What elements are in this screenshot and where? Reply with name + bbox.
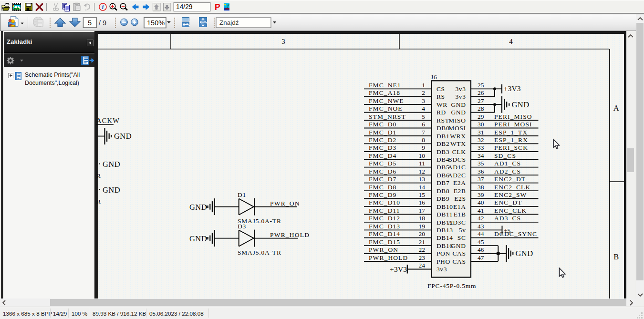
- svg-text:Znajdź: Znajdź: [219, 19, 239, 26]
- svg-text:FMC_D12: FMC_D12: [369, 215, 400, 222]
- svg-text:43: 43: [478, 223, 484, 230]
- svg-text:34: 34: [478, 152, 484, 159]
- svg-text:47: 47: [478, 254, 484, 261]
- svg-text:41: 41: [478, 207, 484, 214]
- svg-text:FMC_D1: FMC_D1: [369, 129, 396, 136]
- svg-text:23: 23: [419, 254, 426, 261]
- svg-text:3v3: 3v3: [436, 266, 447, 273]
- svg-text:20: 20: [419, 230, 426, 237]
- svg-text:5: 5: [88, 19, 92, 27]
- svg-text:5v: 5v: [459, 226, 466, 234]
- svg-text:FMC_D10: FMC_D10: [369, 199, 400, 206]
- svg-text:ENC2_SW: ENC2_SW: [494, 191, 527, 198]
- svg-text:39: 39: [478, 191, 484, 198]
- svg-text:DB0: DB0: [436, 124, 449, 132]
- svg-text:+3V3: +3V3: [390, 265, 407, 273]
- svg-text:21: 21: [419, 238, 426, 246]
- svg-text:DB10: DB10: [436, 203, 453, 210]
- svg-text:28: 28: [478, 105, 484, 112]
- svg-text:29: 29: [478, 113, 484, 120]
- svg-text:SC: SC: [457, 234, 466, 241]
- svg-text:FPC-45P-0.5mm: FPC-45P-0.5mm: [427, 282, 476, 289]
- svg-text:E1A: E1A: [453, 203, 466, 210]
- svg-text:ESP_1_TX: ESP_1_TX: [494, 129, 528, 136]
- svg-text:WTX: WTX: [450, 140, 466, 147]
- svg-text:FMC_A18: FMC_A18: [369, 89, 400, 96]
- svg-text:MOSI: MOSI: [448, 124, 466, 132]
- svg-text:ENC_CLK: ENC_CLK: [494, 207, 527, 214]
- svg-text:P: P: [215, 2, 220, 12]
- svg-text:14: 14: [419, 184, 426, 191]
- svg-text:R: R: [96, 172, 101, 179]
- svg-text:GND: GND: [451, 242, 466, 249]
- svg-text:FMC_D13: FMC_D13: [369, 223, 400, 230]
- svg-text:PERI_MISO: PERI_MISO: [494, 113, 532, 120]
- svg-text:FMC_D0: FMC_D0: [369, 121, 396, 128]
- svg-text:CS: CS: [436, 85, 445, 93]
- svg-text:3: 3: [281, 38, 285, 45]
- svg-text:FMC_NE1: FMC_NE1: [369, 82, 401, 89]
- svg-text:FMC_D9: FMC_D9: [369, 191, 396, 198]
- svg-text:DB11: DB11: [436, 211, 453, 218]
- svg-text:45: 45: [478, 238, 484, 246]
- svg-text:STM_NRST: STM_NRST: [369, 113, 406, 120]
- svg-text:AD3C: AD3C: [448, 219, 466, 226]
- svg-text:30: 30: [478, 121, 484, 128]
- svg-text:11: 11: [419, 160, 425, 167]
- svg-text:AD2_CS: AD2_CS: [494, 168, 521, 175]
- svg-text:FMC_D3: FMC_D3: [369, 144, 396, 151]
- svg-text:FMC_NOE: FMC_NOE: [369, 105, 403, 112]
- svg-text:DB13: DB13: [436, 226, 453, 234]
- svg-text:GND: GND: [114, 132, 132, 141]
- svg-text:DB9: DB9: [436, 195, 449, 202]
- svg-text:33: 33: [478, 144, 484, 151]
- svg-text:MISO: MISO: [448, 117, 466, 124]
- svg-text:5: 5: [422, 113, 425, 120]
- svg-text:1: 1: [422, 82, 425, 89]
- svg-text:PWR_HOLD: PWR_HOLD: [270, 231, 310, 238]
- svg-text:DB8: DB8: [436, 187, 449, 195]
- svg-text:DB14: DB14: [436, 234, 453, 241]
- svg-text:R: R: [96, 198, 101, 205]
- svg-text:FMC_D7: FMC_D7: [369, 175, 396, 183]
- svg-text:AD1C: AD1C: [448, 164, 466, 171]
- svg-text:ENC2_DT: ENC2_DT: [494, 175, 526, 183]
- svg-text:37: 37: [478, 175, 484, 183]
- svg-text:i: i: [102, 3, 104, 10]
- svg-text:GND: GND: [103, 160, 120, 169]
- svg-text:DCDC_SYNC: DCDC_SYNC: [494, 230, 537, 237]
- svg-text:4: 4: [422, 105, 425, 112]
- svg-text:27: 27: [478, 97, 484, 104]
- svg-text:+3V3: +3V3: [504, 84, 521, 93]
- svg-text:3v3: 3v3: [455, 85, 466, 93]
- svg-text:2: 2: [422, 89, 425, 96]
- svg-text:DB3: DB3: [436, 148, 449, 155]
- svg-text:DB4: DB4: [436, 156, 449, 163]
- svg-text:FMC_D11: FMC_D11: [369, 207, 400, 214]
- svg-text:/ 9: / 9: [99, 19, 106, 27]
- svg-text:SMAJ5.0A-TR: SMAJ5.0A-TR: [238, 249, 281, 256]
- svg-text:18: 18: [419, 215, 426, 222]
- svg-text:E1B: E1B: [454, 211, 466, 218]
- svg-text:DB2: DB2: [436, 140, 449, 147]
- svg-text:9: 9: [422, 144, 425, 151]
- svg-text:17: 17: [419, 207, 426, 214]
- svg-text:RD: RD: [436, 109, 446, 116]
- svg-text:E2A: E2A: [453, 179, 466, 186]
- svg-text:FMC_D2: FMC_D2: [369, 136, 396, 144]
- svg-text:SDCS: SDCS: [448, 156, 466, 163]
- svg-text:26: 26: [478, 89, 484, 96]
- svg-text:GND: GND: [189, 203, 207, 212]
- svg-text:PWR_HOLD: PWR_HOLD: [369, 254, 408, 261]
- svg-text:3v3: 3v3: [455, 93, 466, 100]
- svg-text:E2S: E2S: [454, 195, 466, 202]
- svg-text:GND: GND: [512, 100, 530, 109]
- svg-text:GND: GND: [451, 109, 466, 116]
- svg-text:FMC_D14: FMC_D14: [369, 230, 400, 237]
- svg-text:7: 7: [422, 129, 425, 136]
- svg-text:E2B: E2B: [454, 187, 466, 195]
- svg-text:D3: D3: [238, 223, 246, 230]
- svg-text:35: 35: [478, 160, 484, 167]
- svg-text:ESP_1_RX: ESP_1_RX: [494, 136, 528, 144]
- svg-text:GND: GND: [451, 101, 466, 108]
